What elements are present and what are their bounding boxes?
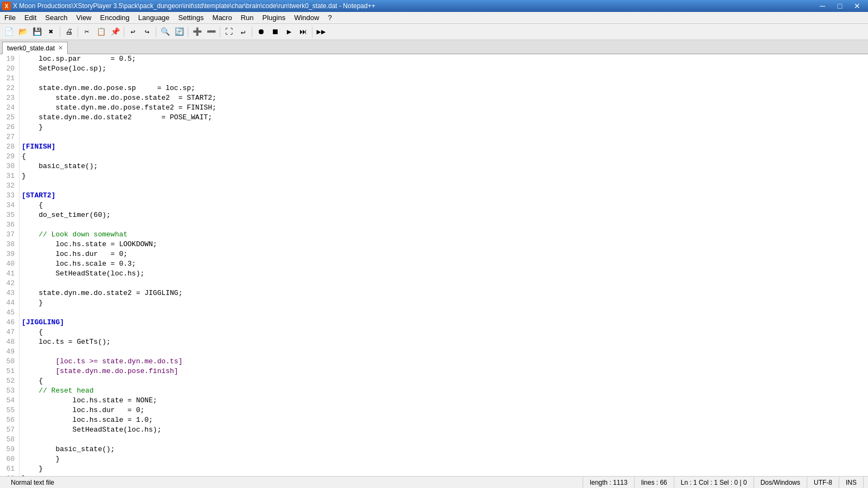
line-number: 57 <box>2 425 15 435</box>
menu-item-plugins[interactable]: Plugins <box>258 12 290 24</box>
line-number: 51 <box>2 367 15 376</box>
code-line: loc.hs.state = LOOKDOWN; <box>22 240 866 249</box>
tab-file[interactable]: twerk0_state.dat ✕ <box>2 42 68 54</box>
line-number: 41 <box>2 269 15 279</box>
line-number: 22 <box>2 84 15 93</box>
menu-item-window[interactable]: Window <box>290 12 323 24</box>
line-number: 46 <box>2 318 15 328</box>
code-line: basic_state(); <box>22 445 866 454</box>
line-number: 34 <box>2 201 15 210</box>
line-number: 24 <box>2 103 15 113</box>
zoom-in-button[interactable]: ➕ <box>190 25 203 38</box>
status-position: Ln : 1 Col : 1 Sel : 0 | 0 <box>674 477 754 489</box>
code-line: loc.hs.dur = 0; <box>22 249 866 259</box>
menu-item-file[interactable]: File <box>0 12 20 24</box>
code-line <box>22 279 866 288</box>
menu-item-settings[interactable]: Settings <box>174 12 208 24</box>
line-number: 23 <box>2 93 15 103</box>
line-number: 28 <box>2 142 15 152</box>
tab-close-button[interactable]: ✕ <box>58 44 63 52</box>
menu-item-run[interactable]: Run <box>237 12 258 24</box>
menu-item-edit[interactable]: Edit <box>20 12 41 24</box>
macro-stop-button[interactable]: ⏹ <box>269 25 282 38</box>
status-length: length : 1113 <box>583 477 634 489</box>
line-number: 42 <box>2 279 15 288</box>
macro-rec-button[interactable]: ⏺ <box>254 25 267 38</box>
line-number: 54 <box>2 396 15 406</box>
maximize-button[interactable]: □ <box>831 0 848 12</box>
menu-item-encoding[interactable]: Encoding <box>96 12 134 24</box>
line-number: 61 <box>2 464 15 474</box>
code-line: SetHeadState(loc.hs); <box>22 425 866 435</box>
code-line: do_set_timer(60); <box>22 210 866 220</box>
window-title: X Moon Productions\XStoryPlayer 3.5\pack… <box>13 2 375 10</box>
line-number: 38 <box>2 240 15 249</box>
line-number: 30 <box>2 162 15 171</box>
line-number: 48 <box>2 337 15 347</box>
separator-3 <box>124 27 124 37</box>
code-line: loc.hs.scale = 0.3; <box>22 259 866 269</box>
code-line <box>22 347 866 357</box>
code-line: } <box>22 464 866 474</box>
separator-8 <box>312 27 312 37</box>
separator-6 <box>220 27 220 37</box>
code-line: { <box>22 376 866 386</box>
code-line <box>22 132 866 142</box>
wrap-button[interactable]: ↵ <box>237 25 250 38</box>
undo-button[interactable]: ↩ <box>126 25 139 38</box>
line-number: 19 <box>2 54 15 64</box>
code-area[interactable]: loc.sp.par = 0.5; SetPose(loc.sp); state… <box>20 54 868 476</box>
zoom-out-button[interactable]: ➖ <box>205 25 218 38</box>
code-line: state.dyn.me.do.pose.fstate2 = FINISH; <box>22 103 866 113</box>
run-button[interactable]: ▶▶ <box>315 25 328 38</box>
line-number: 20 <box>2 64 15 74</box>
status-line-ending: Dos/Windows <box>754 477 807 489</box>
menu-item-language[interactable]: Language <box>134 12 174 24</box>
code-line: { <box>22 328 866 337</box>
print-button[interactable]: 🖨 <box>62 25 75 38</box>
code-line: { <box>22 201 866 210</box>
status-ins: INS <box>839 477 864 489</box>
code-line: loc.hs.scale = 1.0; <box>22 415 866 425</box>
minimize-button[interactable]: ─ <box>814 0 831 12</box>
separator-7 <box>252 27 252 37</box>
line-number: 25 <box>2 113 15 123</box>
code-line: [JIGGLING] <box>22 318 866 328</box>
copy-button[interactable]: 📋 <box>94 25 107 38</box>
new-button[interactable]: 📄 <box>2 25 15 38</box>
menu-bar: FileEditSearchViewEncodingLanguageSettin… <box>0 12 868 24</box>
replace-button[interactable]: 🔄 <box>173 25 186 38</box>
open-button[interactable]: 📂 <box>16 25 29 38</box>
line-number: 53 <box>2 386 15 396</box>
code-line: } <box>22 454 866 464</box>
line-number: 36 <box>2 220 15 230</box>
fullscreen-button[interactable]: ⛶ <box>222 25 235 38</box>
find-button[interactable]: 🔍 <box>158 25 171 38</box>
line-number: 31 <box>2 171 15 181</box>
redo-button[interactable]: ↪ <box>141 25 154 38</box>
code-line: [FINISH] <box>22 142 866 152</box>
menu-item-macro[interactable]: Macro <box>208 12 237 24</box>
macro-play-button[interactable]: ▶ <box>283 25 296 38</box>
line-number: 49 <box>2 347 15 357</box>
line-numbers: 1920212223242526272829303132333435363738… <box>0 54 20 476</box>
code-line: // Look down somewhat <box>22 230 866 240</box>
menu-item-search[interactable]: Search <box>41 12 72 24</box>
menu-item-?[interactable]: ? <box>323 12 336 24</box>
separator-2 <box>78 27 78 37</box>
line-number: 43 <box>2 288 15 298</box>
close-button[interactable]: ✕ <box>848 0 866 12</box>
line-number: 55 <box>2 406 15 415</box>
cut-button[interactable]: ✂ <box>80 25 93 38</box>
menu-item-view[interactable]: View <box>72 12 96 24</box>
code-line: } <box>22 123 866 132</box>
code-line: loc.hs.state = NONE; <box>22 396 866 406</box>
line-number: 59 <box>2 445 15 454</box>
save-button[interactable]: 💾 <box>30 25 43 38</box>
macro-run-button[interactable]: ⏭ <box>297 25 310 38</box>
paste-button[interactable]: 📌 <box>108 25 122 38</box>
line-number: 26 <box>2 123 15 132</box>
code-line: [START2] <box>22 191 866 201</box>
code-line <box>22 308 866 318</box>
close-file-button[interactable]: ✖ <box>44 25 58 38</box>
